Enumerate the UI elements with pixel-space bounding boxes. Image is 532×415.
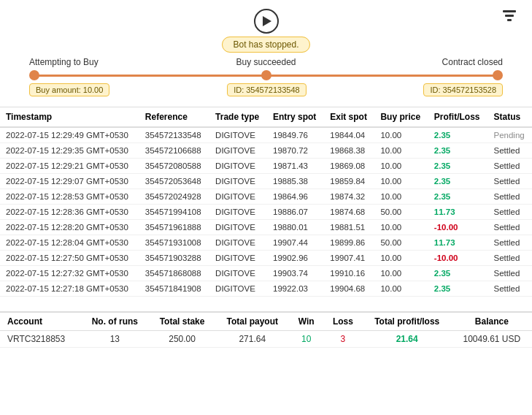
table-cell: 354571868088 — [139, 266, 209, 281]
progress-track — [29, 72, 503, 79]
table-cell: 2.35 — [428, 159, 488, 174]
table-cell: 11.73 — [428, 205, 488, 220]
dot-1 — [29, 70, 39, 80]
status-badge-container: Bot has stopped. — [0, 39, 532, 50]
table-cell: 354571931008 — [139, 235, 209, 251]
table-cell: -10.00 — [428, 220, 488, 235]
sublabel-2: ID: 354572133548 — [227, 83, 307, 96]
table-cell: DIGITOVE — [209, 220, 267, 235]
footer-col-win: Win — [289, 313, 323, 331]
col-trade-type: Trade type — [209, 107, 267, 127]
table-cell: Pending — [488, 127, 533, 143]
filter-button[interactable] — [501, 9, 517, 27]
table-cell: 10.00 — [374, 159, 428, 174]
footer-cell: VRTC3218853 — [0, 331, 81, 348]
table-cell: Settled — [488, 235, 533, 251]
table-row: 2022-07-15 12:29:21 GMT+0530354572080588… — [0, 159, 532, 174]
table-cell: 19886.07 — [267, 205, 324, 220]
table-cell: -10.00 — [428, 251, 488, 266]
table-cell: DIGITOVE — [209, 266, 267, 281]
progress-labels: Attempting to Buy Buy succeeded Contract… — [29, 57, 503, 67]
table-cell: Settled — [488, 205, 533, 220]
footer-col-account: Account — [0, 313, 81, 331]
table-cell: 2022-07-15 12:29:35 GMT+0530 — [0, 143, 139, 159]
table-cell: DIGITOVE — [209, 235, 267, 251]
col-entry-spot: Entry spot — [267, 107, 324, 127]
footer-col-balance: Balance — [452, 313, 532, 331]
table-cell: 50.00 — [374, 235, 428, 251]
table-cell: DIGITOVE — [209, 205, 267, 220]
col-exit-spot: Exit spot — [324, 107, 374, 127]
table-row: 2022-07-15 12:28:53 GMT+0530354572024928… — [0, 189, 532, 205]
table-cell: DIGITOVE — [209, 174, 267, 189]
table-cell: 2022-07-15 12:29:49 GMT+0530 — [0, 127, 139, 143]
footer-col-loss: Loss — [323, 313, 363, 331]
svg-rect-2 — [507, 19, 512, 21]
table-cell: DIGITOVE — [209, 127, 267, 143]
table-cell: 10.00 — [374, 189, 428, 205]
table-cell: 10.00 — [374, 281, 428, 297]
table-cell: 19870.72 — [267, 143, 324, 159]
table-cell: 354572024928 — [139, 189, 209, 205]
footer-cell: 250.00 — [149, 331, 215, 348]
footer-cell: 10 — [289, 331, 323, 348]
table-cell: 19859.84 — [324, 174, 374, 189]
table-cell: DIGITOVE — [209, 189, 267, 205]
table-cell: 19881.51 — [324, 220, 374, 235]
table-cell: 19849.76 — [267, 127, 324, 143]
step1-label: Attempting to Buy — [29, 57, 187, 67]
col-reference: Reference — [139, 107, 209, 127]
footer-row: VRTC321885313250.00271.6410321.6410049.6… — [0, 331, 532, 348]
table-cell: 50.00 — [374, 205, 428, 220]
footer-cell: 10049.61 USD — [452, 331, 532, 348]
table-cell: 2022-07-15 12:27:50 GMT+0530 — [0, 251, 139, 266]
table-cell: 354572133548 — [139, 127, 209, 143]
table-cell: 2.35 — [428, 143, 488, 159]
table-cell: 2022-07-15 12:28:36 GMT+0530 — [0, 205, 139, 220]
table-cell: 19869.08 — [324, 159, 374, 174]
footer-col-payout: Total payout — [215, 313, 289, 331]
table-cell: 354572106688 — [139, 143, 209, 159]
table-cell: Settled — [488, 251, 533, 266]
table-cell: 19903.74 — [267, 266, 324, 281]
table-cell: 2.35 — [428, 281, 488, 297]
sublabel-3: ID: 354572153528 — [423, 83, 503, 96]
table-row: 2022-07-15 12:27:18 GMT+0530354571841908… — [0, 281, 532, 297]
table-cell: 19910.16 — [324, 266, 374, 281]
col-status: Status — [488, 107, 533, 127]
table-cell: 2.35 — [428, 174, 488, 189]
table-cell: 2022-07-15 12:28:53 GMT+0530 — [0, 189, 139, 205]
col-timestamp: Timestamp — [0, 107, 139, 127]
table-cell: Settled — [488, 189, 533, 205]
play-button[interactable] — [254, 9, 279, 34]
table-cell: DIGITOVE — [209, 143, 267, 159]
table-row: 2022-07-15 12:27:32 GMT+0530354571868088… — [0, 266, 532, 281]
table-cell: DIGITOVE — [209, 281, 267, 297]
play-icon — [263, 16, 271, 26]
table-cell: 2022-07-15 12:27:32 GMT+0530 — [0, 266, 139, 281]
footer-table: Account No. of runs Total stake Total pa… — [0, 313, 532, 348]
footer-col-profit: Total profit/loss — [363, 313, 452, 331]
footer-cell: 3 — [323, 331, 363, 348]
table-cell: Settled — [488, 159, 533, 174]
table-cell: DIGITOVE — [209, 251, 267, 266]
footer-cell: 271.64 — [215, 331, 289, 348]
svg-rect-0 — [503, 10, 516, 12]
step2-label: Buy succeeded — [187, 57, 344, 67]
col-profit-loss: Profit/Loss — [428, 107, 488, 127]
table-cell: 19899.86 — [324, 235, 374, 251]
table-cell: 19885.38 — [267, 174, 324, 189]
table-cell: 19904.68 — [324, 281, 374, 297]
main-table-container: Timestamp Reference Trade type Entry spo… — [0, 107, 532, 311]
footer-col-stake: Total stake — [149, 313, 215, 331]
progress-dots — [29, 70, 503, 80]
table-row: 2022-07-15 12:29:07 GMT+0530354572053648… — [0, 174, 532, 189]
table-cell: 2.35 — [428, 127, 488, 143]
table-cell: 2022-07-15 12:29:21 GMT+0530 — [0, 159, 139, 174]
table-cell: 354571961888 — [139, 220, 209, 235]
footer-table-body: VRTC321885313250.00271.6410321.6410049.6… — [0, 331, 532, 348]
table-cell: 2022-07-15 12:28:04 GMT+0530 — [0, 235, 139, 251]
status-badge-text: Bot has stopped. — [222, 37, 309, 53]
table-cell: 2.35 — [428, 189, 488, 205]
table-cell: 354572080588 — [139, 159, 209, 174]
